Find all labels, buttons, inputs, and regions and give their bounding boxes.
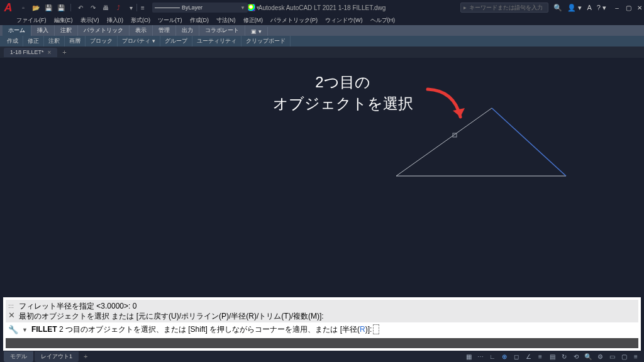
menu-tools[interactable]: ツール(T) [158,16,182,25]
panel-modify[interactable]: 修正 [23,36,44,47]
tab-manage[interactable]: 管理 [153,25,176,36]
workspace-icon[interactable]: ⚙ [596,352,604,361]
chevron-down-icon[interactable]: ▼ [22,327,28,333]
menu-parametric[interactable]: パラメトリック(P) [270,16,318,25]
scale-icon[interactable]: 🔍 [584,352,592,361]
drag-handle-icon[interactable]: ꞉꞉꞉ [8,303,14,309]
color-swatch[interactable] [248,4,255,11]
menu-dimension[interactable]: 寸法(N) [216,16,236,25]
close-icon[interactable]: ✕ [8,311,15,319]
transparency-icon[interactable]: ▤ [548,352,557,361]
tab-view[interactable]: 表示 [130,25,153,36]
close-button[interactable]: ✕ [635,3,644,12]
separator [70,4,71,11]
panel-utilities[interactable]: ユーティリティ [192,36,242,47]
search-placeholder: キーワードまたは語句を入力 [469,4,543,12]
file-tabs: 1-18 FILLET* × + [0,47,644,58]
lineweight-icon[interactable]: ≡ [138,3,147,12]
status-toggles: ▦ ⋯ ∟ ⊕ ◻ ∠ ≡ ▤ ↻ ⟲ 🔍 ⚙ ▭ ▢ ≡ [464,352,640,361]
command-resize-bar[interactable] [6,338,638,348]
menu-modify[interactable]: 修正(M) [243,16,264,25]
command-text: 2 つ目のオブジェクトを選択、または [Shift] を押しながらコーナーを適用… [57,325,340,334]
polar-icon[interactable]: ⊕ [500,352,509,361]
new-icon[interactable]: ▫ [19,3,28,12]
tab-output[interactable]: 出力 [176,25,199,36]
undo-icon[interactable]: ↶ [76,3,85,12]
command-input[interactable]: 🔧 ▼ FILLET 2 つ目のオブジェクトを選択、または [Shift] を押… [6,322,638,338]
title-right: 🔍 👤 ▾ A ? ▾ [553,4,606,12]
menu-insert[interactable]: 挿入(I) [107,16,124,25]
tab-home[interactable]: ホーム [3,25,31,36]
command-keyword: FILLET [31,325,57,334]
search-input[interactable]: ▸キーワードまたは語句を入力 [460,3,548,13]
add-tab-button[interactable]: + [58,48,70,56]
panel-layers[interactable]: 画層 [65,36,86,47]
history-line: 最初のオブジェクトを選択 または [元に戻す(U)/ポリライン(P)/半径(R)… [19,311,636,321]
help-icon[interactable]: ? ▾ [597,4,606,12]
maximize-button[interactable]: ▢ [624,3,633,12]
file-tab-label: 1-18 FILLET* [10,49,44,55]
lineweight-icon[interactable]: ≡ [536,352,545,361]
customize-icon[interactable]: ≡ [631,352,640,361]
panel-properties[interactable]: プロパティ ▾ [118,36,160,47]
qat-more-icon[interactable]: ▾ [126,3,135,12]
panel-draw[interactable]: 作成 [3,36,23,47]
cleanscreen-icon[interactable]: ▢ [619,352,628,361]
menu-window[interactable]: ウィンドウ(W) [325,16,363,25]
osnap-icon[interactable]: ◻ [512,352,521,361]
panel-annotation[interactable]: 注釈 [44,36,65,47]
menu-file[interactable]: ファイル(F) [16,16,47,25]
menu-draw[interactable]: 作成(D) [190,16,209,25]
annotation-arrow [423,84,473,128]
redo-icon[interactable]: ↷ [89,3,97,12]
share-icon[interactable]: ⤴ [114,3,123,12]
history-line: フィレット半径を指定 <3.0000>: 0 [19,301,636,311]
panel-groups[interactable]: グループ [160,36,192,47]
command-option-r[interactable]: R [360,325,365,334]
open-icon[interactable]: 📂 [31,3,40,12]
ortho-icon[interactable]: ∟ [488,352,497,361]
signin-icon[interactable]: 👤 ▾ [567,4,582,12]
panel-block[interactable]: ブロック [86,36,118,47]
menu-help[interactable]: ヘルプ(H) [370,16,396,25]
line-right-selected[interactable] [492,108,566,176]
add-layout-button[interactable]: + [80,353,91,360]
close-icon[interactable]: × [48,49,52,56]
apps-icon[interactable]: A [587,4,591,11]
grid-icon[interactable]: ▦ [464,352,473,361]
monitor-icon[interactable]: ▭ [608,352,616,361]
tab-collaborate[interactable]: コラボレート [199,25,245,36]
chevron-down-icon: ▼ [240,5,245,11]
customize-icon[interactable]: 🔧 [8,325,18,334]
separator [136,4,137,11]
tab-annotate[interactable]: 注釈 [55,25,78,36]
save-icon[interactable]: 💾 [44,3,53,12]
app-logo[interactable]: A [1,1,15,14]
tab-model[interactable]: モデル [4,351,33,362]
annotation-text: 2つ目の オブジェクトを選択 [261,72,425,114]
menu-format[interactable]: 形式(O) [131,16,150,25]
annoscale-icon[interactable]: ⟲ [572,352,580,361]
cycling-icon[interactable]: ↻ [560,352,569,361]
search-icon[interactable]: 🔍 [553,4,562,12]
tab-expand[interactable]: ▣ ▾ [245,27,268,36]
text-cursor [373,324,379,334]
panel-clipboard[interactable]: クリップボード [242,36,291,47]
menubar: ファイル(F) 編集(E) 表示(V) 挿入(I) 形式(O) ツール(T) 作… [0,15,644,25]
print-icon[interactable]: 🖶 [101,3,110,12]
command-window[interactable]: ꞉꞉꞉ ✕ フィレット半径を指定 <3.0000>: 0 最初のオブジェクトを選… [3,297,641,351]
minimize-button[interactable]: – [613,3,621,12]
menu-edit[interactable]: 編集(E) [54,16,73,25]
layer-selector[interactable]: ByLayer ▼ [152,3,248,13]
snap-icon[interactable]: ⋯ [476,352,485,361]
tab-layout1[interactable]: レイアウト1 [35,351,79,362]
tab-parametric[interactable]: パラメトリック [78,25,130,36]
command-history: ꞉꞉꞉ ✕ フィレット半径を指定 <3.0000>: 0 最初のオブジェクトを選… [6,300,638,322]
window-title: Autodesk AutoCAD LT 2021 1-18 FILLET.dwg [258,4,386,11]
saveas-icon[interactable]: 💾 [57,3,65,12]
otrack-icon[interactable]: ∠ [524,352,533,361]
file-tab[interactable]: 1-18 FILLET* × [4,48,57,57]
window-controls: – ▢ ✕ [613,3,644,12]
menu-view[interactable]: 表示(V) [80,16,99,25]
tab-insert[interactable]: 挿入 [31,25,55,36]
